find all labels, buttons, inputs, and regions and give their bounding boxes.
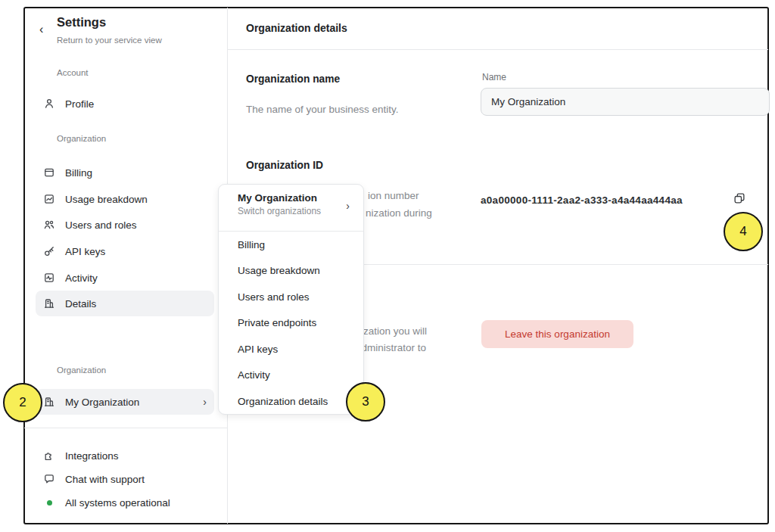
sidebar-item-label: Activity	[65, 272, 98, 284]
menu-org-name: My Organization	[238, 192, 351, 204]
sidebar-item-label: Integrations	[65, 450, 119, 462]
chevron-right-icon: ›	[346, 200, 350, 212]
menu-item-label: API keys	[238, 344, 278, 355]
chat-bubble-icon	[43, 473, 55, 485]
copy-button[interactable]	[731, 191, 748, 208]
callout-step-4: 4	[724, 212, 763, 251]
sidebar-divider	[24, 428, 227, 428]
org-name-heading: Organization name	[246, 73, 340, 85]
sidebar-item-label: My Organization	[65, 397, 139, 408]
sidebar-item-profile[interactable]: Profile	[36, 91, 214, 117]
sidebar-item-users-and-roles[interactable]: Users and roles	[36, 212, 214, 238]
sidebar-item-integrations[interactable]: Integrations	[36, 444, 214, 467]
billing-icon	[43, 166, 55, 179]
sidebar-item-label: All systems operational	[65, 497, 170, 509]
menu-item-label: Usage breakdown	[238, 265, 320, 276]
key-icon	[43, 245, 55, 257]
callout-step-3: 3	[346, 382, 385, 422]
menu-item-label: Private endpoints	[238, 317, 316, 328]
sidebar-item-label: Chat with support	[65, 474, 145, 485]
person-icon	[43, 98, 55, 110]
menu-item-label: Users and roles	[238, 291, 310, 303]
building-icon	[43, 396, 55, 408]
sidebar-item-label: Details	[65, 298, 96, 310]
sidebar-title: Settings	[57, 15, 106, 30]
sidebar-item-label: Billing	[65, 167, 92, 179]
activity-icon	[43, 272, 55, 284]
copy-icon	[733, 191, 746, 208]
name-field-label: Name	[482, 72, 506, 82]
org-name-description: The name of your business entity.	[246, 104, 399, 115]
menu-item-users-and-roles[interactable]: Users and roles	[219, 284, 363, 310]
building-icon	[43, 297, 55, 310]
sidebar-item-label: Profile	[65, 98, 94, 110]
org-id-description-fragment: nization during	[366, 207, 432, 219]
menu-item-label: Activity	[238, 369, 270, 381]
header-divider	[228, 49, 768, 50]
leave-description-fragment: administrator to	[356, 342, 426, 353]
menu-item-private-endpoints[interactable]: Private endpoints	[219, 310, 363, 337]
sidebar-item-usage-breakdown[interactable]: Usage breakdown	[36, 186, 214, 212]
org-id-heading: Organization ID	[246, 160, 323, 171]
chevron-right-icon: ›	[203, 396, 207, 408]
status-dot-icon	[43, 496, 55, 509]
sidebar-item-label: Users and roles	[65, 219, 137, 231]
sidebar-item-label: Usage breakdown	[65, 194, 148, 205]
org-id-description-fragment: ion number	[368, 190, 419, 201]
sidebar-item-my-organization[interactable]: My Organization ›	[36, 389, 214, 415]
section-label-account: Account	[57, 68, 89, 77]
leave-description-fragment: ization you will	[361, 325, 427, 337]
users-icon	[43, 219, 55, 231]
sidebar-subtitle[interactable]: Return to your service view	[57, 36, 162, 45]
section-label-organization-switcher: Organization	[57, 366, 106, 375]
sidebar-item-chat-support[interactable]: Chat with support	[36, 468, 214, 490]
menu-header[interactable]: My Organization Switch organizations ›	[219, 185, 363, 231]
sidebar-item-system-status[interactable]: All systems operational	[36, 491, 214, 514]
sidebar-item-api-keys[interactable]: API keys	[36, 238, 214, 264]
menu-item-label: Organization details	[238, 396, 328, 407]
menu-item-organization-details[interactable]: Organization details	[219, 388, 363, 415]
leave-organization-button[interactable]: Leave this organization	[481, 320, 633, 348]
page-title: Organization details	[246, 22, 347, 34]
section-label-organization: Organization	[57, 134, 106, 143]
usage-chart-icon	[43, 193, 55, 205]
puzzle-icon	[43, 450, 55, 462]
sidebar-item-billing[interactable]: Billing	[36, 160, 214, 185]
sidebar-item-details[interactable]: Details	[36, 291, 214, 316]
org-name-input[interactable]: My Organization	[481, 88, 770, 116]
menu-item-usage-breakdown[interactable]: Usage breakdown	[219, 258, 363, 285]
sidebar-item-activity[interactable]: Activity	[36, 265, 214, 291]
settings-page: ‹ Settings Return to your service view A…	[0, 0, 775, 532]
menu-item-api-keys[interactable]: API keys	[219, 336, 363, 362]
sidebar-item-label: API keys	[65, 246, 105, 257]
chevron-left-icon[interactable]: ‹	[39, 23, 43, 36]
menu-item-billing[interactable]: Billing	[219, 232, 363, 258]
menu-switch-label: Switch organizations	[238, 206, 351, 216]
organization-switcher-menu: My Organization Switch organizations › B…	[218, 184, 364, 415]
menu-item-activity[interactable]: Activity	[219, 362, 363, 389]
callout-step-2: 2	[3, 383, 42, 422]
org-id-value: a0a00000-1111-2aa2-a333-a4a44aa444aa	[481, 194, 683, 206]
menu-item-label: Billing	[238, 239, 265, 250]
